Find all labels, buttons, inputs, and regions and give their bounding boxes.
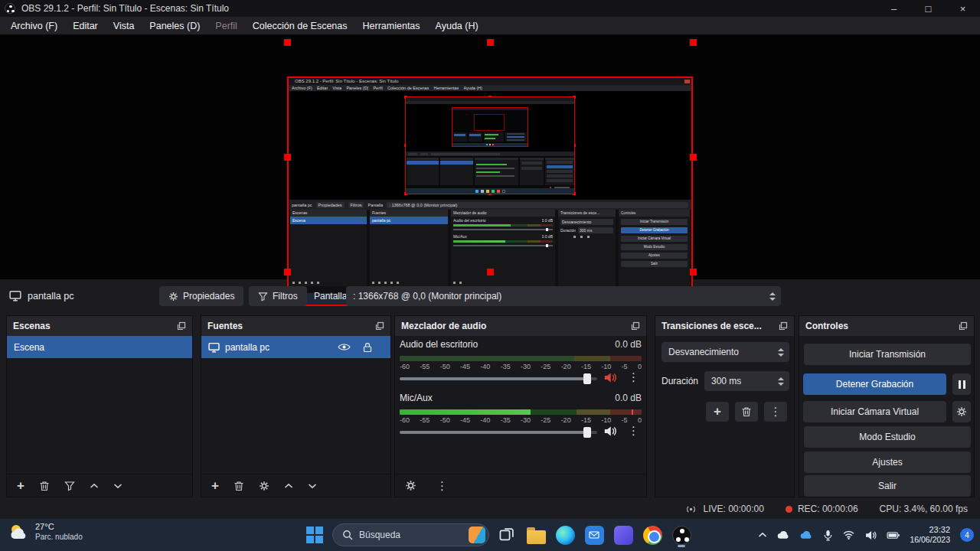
advanced-audio-button[interactable] (405, 480, 416, 491)
mixer-menu-icon[interactable]: ⋮ (436, 481, 448, 491)
obs-taskbar-button[interactable] (670, 522, 693, 548)
popout-dock-icon[interactable] (959, 321, 968, 331)
maximize-button[interactable]: □ (911, 0, 946, 17)
battery-icon[interactable] (887, 531, 900, 540)
add-scene-button[interactable]: + (17, 481, 24, 491)
mic-aux-volume-slider[interactable] (400, 431, 597, 434)
capture-select[interactable]: : 1366x768 @ 0,0 (Monitor principal) (346, 286, 781, 306)
mail-button[interactable] (583, 522, 606, 548)
title-bar: OBS 29.1.2 - Perfil: Sin Título - Escena… (0, 0, 980, 17)
select-arrows-icon[interactable] (778, 342, 784, 362)
selection-handle[interactable] (690, 154, 697, 161)
photos-button[interactable] (612, 522, 635, 548)
transition-select[interactable]: Desvanecimiento (662, 342, 789, 362)
source-visibility-icon[interactable] (338, 343, 351, 351)
exit-button[interactable]: Salir (804, 475, 971, 497)
task-view-button[interactable] (495, 522, 518, 548)
menu-coleccion[interactable]: Colección de Escenas (245, 17, 355, 34)
tray-chevron-icon[interactable] (758, 532, 767, 538)
mini-capture-level2 (405, 96, 575, 194)
selection-handle[interactable] (284, 269, 291, 276)
microphone-icon[interactable] (823, 530, 833, 541)
slider-knob[interactable] (583, 427, 591, 438)
move-source-up-button[interactable] (284, 483, 293, 489)
edge-button[interactable] (554, 522, 577, 548)
add-source-button[interactable]: + (211, 481, 219, 491)
popout-dock-icon[interactable] (779, 321, 788, 331)
close-button[interactable]: × (946, 0, 980, 17)
clock-time: 23:32 (929, 524, 950, 535)
chrome-button[interactable] (641, 522, 664, 548)
notification-badge[interactable]: 4 (960, 528, 974, 542)
search-highlight-image[interactable] (469, 527, 485, 543)
remove-transition-button[interactable] (735, 402, 758, 422)
pause-recording-button[interactable] (952, 373, 971, 395)
menu-vista[interactable]: Vista (106, 17, 142, 34)
remove-source-button[interactable] (234, 481, 244, 491)
menu-perfil[interactable]: Perfil (207, 17, 244, 34)
capture-value: : 1366x768 @ 0,0 (Monitor principal) (353, 291, 501, 302)
filters-button[interactable]: Filtros (249, 286, 307, 306)
search-box[interactable]: Búsqueda (332, 523, 489, 546)
move-source-down-button[interactable] (308, 483, 317, 489)
menu-herramientas[interactable]: Herramientas (355, 17, 428, 34)
source-properties-button[interactable] (259, 481, 270, 491)
start-virtual-camera-button[interactable]: Iniciar Cámara Virtual (803, 401, 946, 422)
selection-handle[interactable] (284, 39, 291, 46)
studio-mode-button[interactable]: Modo Estudio (804, 426, 971, 448)
start-streaming-button[interactable]: Iniciar Transmisión (804, 344, 971, 365)
remove-scene-button[interactable] (39, 481, 50, 491)
selection-handle[interactable] (487, 39, 494, 46)
weather-widget[interactable]: 27°C Parc. nublado (8, 522, 83, 542)
selection-handle[interactable] (284, 154, 291, 161)
volume-icon[interactable] (864, 530, 877, 540)
source-lock-icon[interactable] (363, 342, 372, 353)
desktop-audio-volume-slider[interactable] (400, 377, 597, 380)
settings-button[interactable]: Ajustes (804, 452, 971, 473)
meter-scale: -60-55-50-45-40-35-30-25-20-15-10-50 (400, 416, 642, 424)
add-transition-button[interactable]: + (706, 402, 729, 422)
menu-editar[interactable]: Editar (65, 17, 106, 34)
transitions-dock: Transiciones de esce... Desvanecimiento … (655, 315, 795, 497)
cpu-stats: CPU: 3.4%, 60.00 fps (880, 504, 968, 514)
move-scene-down-button[interactable] (113, 483, 122, 489)
selection-handle[interactable] (487, 269, 494, 276)
selection-handle[interactable] (690, 39, 697, 46)
cloud-sync-icon[interactable] (800, 530, 813, 540)
desktop-audio-menu-icon[interactable]: ⋮ (628, 372, 639, 383)
select-arrows-icon[interactable] (769, 286, 776, 306)
mini-preview-area (289, 91, 691, 200)
menu-ayuda[interactable]: Ayuda (H) (428, 17, 486, 34)
file-explorer-button[interactable] (524, 522, 547, 548)
taskbar-clock[interactable]: 23:32 16/06/2023 (910, 524, 950, 546)
obs-icon (672, 526, 691, 545)
virtual-camera-settings-button[interactable] (952, 401, 971, 422)
scene-list-item[interactable]: Escena (7, 336, 192, 358)
properties-button[interactable]: Propiedades (159, 286, 243, 306)
source-list-item[interactable]: pantalla pc (201, 336, 390, 358)
mic-aux-mute-icon[interactable] (603, 425, 616, 437)
popout-dock-icon[interactable] (177, 321, 186, 331)
spinbox-arrows-icon[interactable] (778, 371, 784, 391)
minimize-button[interactable]: – (877, 0, 911, 17)
duration-spinbox[interactable]: 300 ms (704, 371, 789, 391)
selection-handle[interactable] (690, 269, 697, 276)
onedrive-icon[interactable] (777, 530, 790, 540)
move-scene-up-button[interactable] (90, 483, 99, 489)
scene-filters-button[interactable] (64, 481, 75, 491)
sources-toolbar: + (201, 474, 390, 497)
wifi-icon[interactable] (843, 530, 854, 540)
gear-icon (956, 406, 967, 417)
transition-menu-button[interactable]: ⋮ (764, 402, 787, 422)
popout-dock-icon[interactable] (631, 321, 640, 331)
menu-archivo[interactable]: Archivo (F) (3, 17, 65, 34)
start-button[interactable] (303, 522, 326, 548)
menu-paneles[interactable]: Paneles (D) (142, 17, 207, 34)
stop-recording-button[interactable]: Detener Grabación (803, 373, 946, 395)
preview-canvas[interactable]: OBS 29.1.2 - Perfil: Sin Título - Escena… (0, 34, 980, 279)
scenes-dock-header: Escenas (7, 316, 192, 336)
popout-dock-icon[interactable] (375, 321, 384, 331)
desktop-audio-mute-icon[interactable] (603, 372, 616, 383)
mic-aux-menu-icon[interactable]: ⋮ (628, 425, 639, 436)
slider-knob[interactable] (583, 373, 591, 384)
